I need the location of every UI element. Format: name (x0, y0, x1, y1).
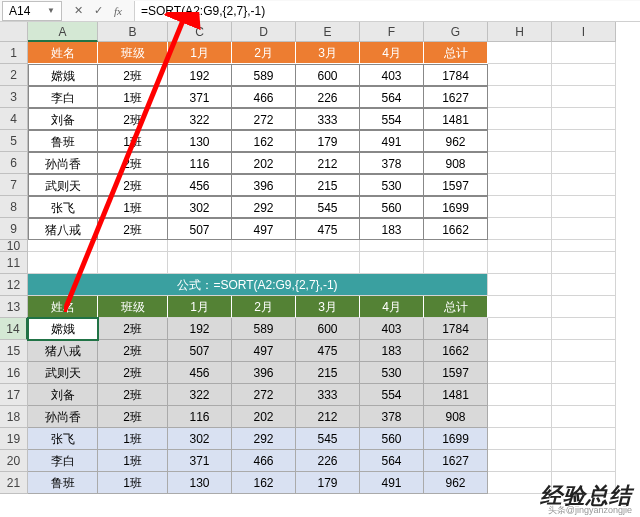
blank[interactable] (552, 196, 616, 218)
blank[interactable] (488, 196, 552, 218)
table2-cell[interactable]: 212 (296, 406, 360, 428)
table1-cell[interactable]: 545 (296, 196, 360, 218)
table2-cell[interactable]: 403 (360, 318, 424, 340)
table2-cell[interactable]: 378 (360, 406, 424, 428)
row-header-4[interactable]: 4 (0, 108, 28, 130)
blank[interactable] (552, 340, 616, 362)
table2-cell[interactable]: 2班 (98, 384, 168, 406)
table2-cell[interactable]: 鲁班 (28, 472, 98, 494)
table2-cell[interactable]: 1699 (424, 428, 488, 450)
table2-cell[interactable]: 589 (232, 318, 296, 340)
table2-cell[interactable]: 162 (232, 472, 296, 494)
blank[interactable] (360, 252, 424, 274)
row-header-18[interactable]: 18 (0, 406, 28, 428)
blank[interactable] (552, 152, 616, 174)
table1-cell[interactable]: 1627 (424, 86, 488, 108)
row-header-13[interactable]: 13 (0, 296, 28, 318)
row-header-14[interactable]: 14 (0, 318, 28, 340)
row-header-17[interactable]: 17 (0, 384, 28, 406)
blank[interactable] (232, 240, 296, 252)
blank[interactable] (424, 252, 488, 274)
row-header-7[interactable]: 7 (0, 174, 28, 196)
table2-cell[interactable]: 491 (360, 472, 424, 494)
col-header-D[interactable]: D (232, 22, 296, 42)
col-header-F[interactable]: F (360, 22, 424, 42)
name-box[interactable]: A14 ▼ (2, 1, 62, 21)
table1-cell[interactable]: 2班 (98, 218, 168, 240)
table1-cell[interactable]: 武则天 (28, 174, 98, 196)
table2-cell[interactable]: 2班 (98, 406, 168, 428)
table1-cell[interactable]: 333 (296, 108, 360, 130)
blank[interactable] (168, 252, 232, 274)
table2-cell[interactable]: 545 (296, 428, 360, 450)
table2-cell[interactable]: 466 (232, 450, 296, 472)
table1-cell[interactable]: 272 (232, 108, 296, 130)
row-header-19[interactable]: 19 (0, 428, 28, 450)
table1-cell[interactable]: 215 (296, 174, 360, 196)
blank[interactable] (552, 130, 616, 152)
table1-cell[interactable]: 491 (360, 130, 424, 152)
blank[interactable] (552, 174, 616, 196)
blank[interactable] (552, 296, 616, 318)
blank[interactable] (552, 240, 616, 252)
table2-cell[interactable]: 1481 (424, 384, 488, 406)
table1-cell[interactable]: 嫦娥 (28, 64, 98, 86)
table2-cell[interactable]: 2班 (98, 340, 168, 362)
table2-header[interactable]: 3月 (296, 296, 360, 318)
table2-cell[interactable]: 刘备 (28, 384, 98, 406)
row-header-21[interactable]: 21 (0, 472, 28, 494)
blank[interactable] (488, 318, 552, 340)
table1-header[interactable]: 总计 (424, 42, 488, 64)
table2-header[interactable]: 4月 (360, 296, 424, 318)
chevron-down-icon[interactable]: ▼ (47, 6, 55, 15)
table2-cell[interactable]: 475 (296, 340, 360, 362)
table2-cell[interactable]: 张飞 (28, 428, 98, 450)
table2-cell[interactable]: 130 (168, 472, 232, 494)
blank[interactable] (488, 108, 552, 130)
table2-cell[interactable]: 1662 (424, 340, 488, 362)
table1-header[interactable]: 班级 (98, 42, 168, 64)
table2-cell[interactable]: 1班 (98, 472, 168, 494)
blank[interactable] (28, 240, 98, 252)
table2-cell[interactable]: 179 (296, 472, 360, 494)
table1-cell[interactable]: 302 (168, 196, 232, 218)
table1-cell[interactable]: 1班 (98, 86, 168, 108)
table1-header[interactable]: 姓名 (28, 42, 98, 64)
blank[interactable] (488, 64, 552, 86)
blank[interactable] (488, 152, 552, 174)
table1-cell[interactable]: 600 (296, 64, 360, 86)
table1-cell[interactable]: 212 (296, 152, 360, 174)
blank[interactable] (552, 384, 616, 406)
blank[interactable] (552, 86, 616, 108)
table1-cell[interactable]: 1班 (98, 130, 168, 152)
blank[interactable] (552, 406, 616, 428)
blank[interactable] (552, 108, 616, 130)
table1-header[interactable]: 4月 (360, 42, 424, 64)
table2-cell[interactable]: 李白 (28, 450, 98, 472)
table1-cell[interactable]: 564 (360, 86, 424, 108)
table1-cell[interactable]: 鲁班 (28, 130, 98, 152)
table2-cell[interactable]: 322 (168, 384, 232, 406)
table2-cell[interactable]: 183 (360, 340, 424, 362)
table1-cell[interactable]: 130 (168, 130, 232, 152)
table1-cell[interactable]: 179 (296, 130, 360, 152)
table1-cell[interactable]: 张飞 (28, 196, 98, 218)
table1-cell[interactable]: 2班 (98, 64, 168, 86)
blank[interactable] (488, 130, 552, 152)
row-header-8[interactable]: 8 (0, 196, 28, 218)
table1-cell[interactable]: 530 (360, 174, 424, 196)
blank[interactable] (488, 274, 552, 296)
blank[interactable] (552, 42, 616, 64)
table2-cell[interactable]: 908 (424, 406, 488, 428)
table1-cell[interactable]: 1662 (424, 218, 488, 240)
blank[interactable] (488, 296, 552, 318)
row-header-2[interactable]: 2 (0, 64, 28, 86)
cancel-formula-icon[interactable]: ✕ (70, 3, 86, 19)
table2-cell[interactable]: 1班 (98, 428, 168, 450)
table1-cell[interactable]: 192 (168, 64, 232, 86)
blank[interactable] (552, 274, 616, 296)
table2-cell[interactable]: 孙尚香 (28, 406, 98, 428)
table1-cell[interactable]: 292 (232, 196, 296, 218)
blank[interactable] (488, 42, 552, 64)
formula-title-cell[interactable]: 公式：=SORT(A2:G9,{2,7},-1) (28, 274, 488, 296)
